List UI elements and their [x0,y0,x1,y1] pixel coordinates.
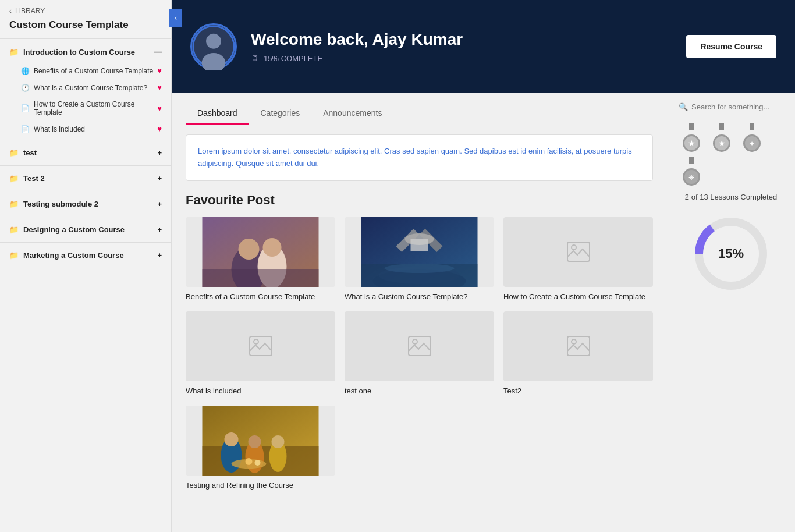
search-input[interactable] [691,102,789,111]
plus-icon: + [157,225,162,234]
welcome-heading: Welcome back, Ajay Kumar [251,30,463,49]
lesson-label: What is included [34,125,85,133]
sidebar-lesson-3[interactable]: 📄 How to Create a Custom Course Template… [0,96,171,120]
hero-banner: Welcome back, Ajay Kumar 🖥 15% COMPLETE … [172,0,795,93]
module-label: Testing submodule 2 [23,200,98,208]
medals-row: ★ ★ [679,123,783,186]
tab-categories[interactable]: Categories [249,102,312,125]
post-title-3: How to Create a Custom Course Template [503,292,653,302]
svg-rect-22 [409,336,431,356]
sidebar-module-designing[interactable]: 📁 Designing a Custom Course + [0,219,171,240]
plus-icon: + [157,174,162,183]
library-link[interactable]: ‹ LIBRARY [9,7,162,15]
sidebar-lesson-1[interactable]: 🌐 Benefits of a Custom Course Template ♥ [0,62,171,79]
sidebar-collapse-button[interactable]: ‹ [169,9,182,27]
post-thumbnail-5 [345,311,494,381]
posts-grid: Benefits of a Custom Course Template [186,217,653,491]
svg-point-1 [206,34,221,49]
document-icon: 📄 [21,104,30,112]
progress-donut: 15% [679,213,783,295]
content-area: Dashboard Categories Announcements Lorem… [172,93,795,532]
plus-icon: + [157,251,162,260]
search-box[interactable]: 🔍 [679,102,783,111]
svg-point-23 [413,339,417,344]
svg-text:★: ★ [688,139,695,148]
module-label: Marketing a Custom Course [23,251,124,260]
post-card-3[interactable]: How to Create a Custom Course Template [503,217,653,302]
svg-rect-20 [250,336,272,356]
tab-announcements[interactable]: Announcements [311,102,393,125]
sidebar-header: ‹ LIBRARY Custom Course Template [0,0,171,36]
svg-rect-18 [567,242,590,261]
folder-icon: 📁 [9,200,19,208]
svg-rect-8 [203,269,319,287]
monitor-icon: 🖥 [251,54,259,63]
svg-point-7 [263,238,282,257]
collapse-icon: — [154,47,162,56]
sidebar-module-testsub2[interactable]: 📁 Testing submodule 2 + [0,194,171,214]
right-sidebar: 🔍 ★ [667,93,795,532]
hero-text: Welcome back, Ajay Kumar 🖥 15% COMPLETE [251,30,463,63]
svg-text:✦: ✦ [749,140,755,148]
post-card-2[interactable]: What is a Custom Course Template? [345,217,494,302]
post-card-7[interactable]: Testing and Refining the Course [186,406,335,491]
sidebar-lesson-4[interactable]: 📄 What is included ♥ [0,120,171,137]
sidebar: ‹ LIBRARY Custom Course Template 📁 Intro… [0,0,172,532]
favourite-post-section: Favourite Post [186,193,653,491]
section-title: Favourite Post [186,193,653,208]
post-thumbnail-3 [503,217,653,287]
sidebar-lesson-2[interactable]: 🕐 What is a Custom Course Template? ♥ [0,79,171,96]
progress-label: 15% COMPLETE [264,54,322,63]
tab-dashboard[interactable]: Dashboard [186,102,249,125]
svg-point-35 [246,458,253,465]
placeholder-icon [345,311,494,381]
svg-point-29 [225,432,239,446]
hero-left: Welcome back, Ajay Kumar 🖥 15% COMPLETE [190,23,463,70]
sidebar-module-test2[interactable]: 📁 Test 2 + [0,168,171,189]
info-box: Lorem ipsum dolor sit amet, consectetur … [186,134,653,181]
post-thumbnail-7 [186,406,335,476]
svg-text:★: ★ [718,139,726,148]
lesson-label: What is a Custom Course Template? [34,84,147,92]
svg-rect-49 [689,157,694,164]
placeholder-icon [503,217,653,287]
sidebar-module-marketing[interactable]: 📁 Marketing a Custom Course + [0,245,171,265]
search-icon: 🔍 [679,102,688,111]
medal-4: ❋ [679,157,704,186]
post-card-4[interactable]: What is included [186,311,335,396]
svg-rect-37 [689,123,694,130]
heart-icon[interactable]: ♥ [157,125,162,133]
heart-icon[interactable]: ♥ [157,83,162,92]
resume-course-button[interactable]: Resume Course [686,35,776,58]
heart-icon[interactable]: ♥ [157,66,162,75]
svg-point-25 [572,339,576,344]
svg-point-21 [254,339,258,344]
svg-text:❋: ❋ [688,173,694,182]
svg-point-19 [572,245,576,250]
post-card-1[interactable]: Benefits of a Custom Course Template [186,217,335,302]
folder-icon: 📁 [9,148,19,157]
donut-chart: 15% [690,213,772,295]
heart-icon[interactable]: ♥ [157,104,162,113]
svg-rect-45 [750,123,754,130]
svg-point-36 [255,460,261,466]
globe-icon: 🌐 [21,67,30,75]
post-thumbnail-4 [186,311,335,381]
medal-1: ★ [679,123,704,152]
sidebar-module-test[interactable]: 📁 test + [0,143,171,163]
plus-icon: + [157,148,162,157]
svg-point-5 [239,239,260,260]
post-card-5[interactable]: test one [345,311,494,396]
module-label: test [23,148,37,157]
chevron-left-icon: ‹ [9,7,12,15]
document-icon: 📄 [21,125,30,133]
post-title-1: Benefits of a Custom Course Template [186,292,335,302]
svg-rect-41 [719,123,724,130]
sidebar-module-intro[interactable]: 📁 Introduction to Custom Course — [0,41,171,62]
svg-point-17 [385,264,455,273]
post-card-6[interactable]: Test2 [503,311,653,396]
main-content: Welcome back, Ajay Kumar 🖥 15% COMPLETE … [172,0,795,532]
module-label: Test 2 [23,174,45,183]
module-label: Designing a Custom Course [23,225,125,234]
post-title-2: What is a Custom Course Template? [345,292,494,302]
